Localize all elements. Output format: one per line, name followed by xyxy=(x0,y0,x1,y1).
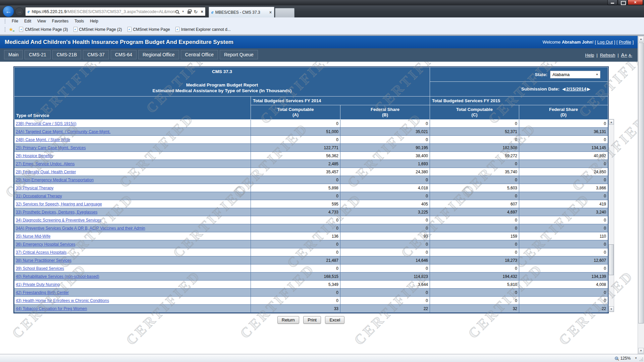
service-link[interactable]: 29) Non-Emergency Medical Transportation xyxy=(16,178,94,182)
favorite-link[interactable]: eInternet Explorer cannot d... xyxy=(173,26,233,33)
value-cell: 0 xyxy=(251,136,340,144)
value-cell: 182,508 xyxy=(430,144,519,152)
minimize-button[interactable] xyxy=(607,0,618,5)
help-link[interactable]: Help xyxy=(585,53,594,58)
forward-button[interactable]: → xyxy=(15,7,23,16)
favorite-link[interactable]: eCMSnet Home Page xyxy=(125,26,173,33)
close-window-button[interactable]: × xyxy=(628,0,643,5)
service-link[interactable]: 37) Critical Access Hospitals xyxy=(16,250,66,255)
service-link[interactable]: 41) Private Duty Nursing xyxy=(16,282,60,287)
nav-tab-main[interactable]: Main xyxy=(4,50,23,59)
table-row: 34A) Preventive Services Grade A OR B, A… xyxy=(14,224,608,232)
service-link[interactable]: 44) Tobacco Cessation for Preg Women xyxy=(16,306,87,311)
menu-help[interactable]: Help xyxy=(87,18,101,24)
service-link[interactable]: 38) Nurse Practitioner Services xyxy=(16,258,71,263)
submission-date-link[interactable]: 2/15/2014 xyxy=(566,86,586,92)
print-button[interactable]: Print xyxy=(303,316,321,324)
user-name: Abraham John xyxy=(562,40,592,45)
service-link[interactable]: 31) Occupational Therapy xyxy=(16,194,62,198)
service-link[interactable]: 28) Federally Qual. Health Center xyxy=(16,170,76,174)
scroll-up-icon[interactable]: ▲ xyxy=(609,119,614,125)
service-link[interactable]: 26) Hospice Benefits xyxy=(16,154,53,158)
service-link[interactable]: 25) Primary Care Case Mgmt. Services xyxy=(16,145,86,150)
service-link[interactable]: 33) Prosthetic Devices, Dentures, Eyegla… xyxy=(16,210,97,215)
zoom-dropdown-icon[interactable]: ▼ xyxy=(635,357,637,360)
profile-link[interactable]: Profile xyxy=(619,40,631,45)
window-scrollbar-thumb[interactable] xyxy=(638,43,644,323)
service-link[interactable]: 23B) Personal Care / SDS 1915(j) xyxy=(16,121,76,126)
value-cell: 1,693 xyxy=(340,160,430,168)
service-link[interactable]: 34) Diagnostic Screening & Preventive Se… xyxy=(16,218,101,223)
service-link[interactable]: 40) Rehabilitative Services (non-school-… xyxy=(16,274,99,279)
service-label-cell: 39) School Based Services xyxy=(14,264,251,273)
value-cell: 0 xyxy=(519,264,608,273)
scroll-down-icon[interactable]: ▼ xyxy=(638,348,644,354)
service-link[interactable]: 36) Emergency Hospital Services xyxy=(16,242,75,247)
table-scrollbar-thumb[interactable] xyxy=(609,244,614,275)
service-link[interactable]: 42) Freestanding Birth Center xyxy=(16,290,69,295)
service-link[interactable]: 35) Nurse Mid-Wife xyxy=(16,234,50,239)
next-date-icon[interactable]: ▶ xyxy=(587,86,590,92)
service-link[interactable]: 39) School Based Services xyxy=(16,266,64,271)
favorite-link[interactable]: eCMSnet Home Page (2) xyxy=(71,26,125,33)
menu-tools[interactable]: Tools xyxy=(71,18,87,24)
address-bar[interactable]: e https://65.220.21.9/MBESCBES/CMS37/CMS… xyxy=(25,7,206,16)
prev-date-icon[interactable]: ◀ xyxy=(562,86,566,92)
table-scrollbar[interactable]: ▲ ▼ xyxy=(608,119,614,312)
refresh-icon[interactable]: ↻ xyxy=(194,9,198,14)
nav-tab-cms37[interactable]: CMS-37 xyxy=(83,50,109,59)
value-cell: 122,771 xyxy=(251,144,340,152)
scroll-up-icon[interactable]: ▲ xyxy=(638,36,644,42)
service-link[interactable]: 27) Emeg. Service Undoc. Aliens xyxy=(16,162,74,166)
nav-tab-report-queue[interactable]: Report Queue xyxy=(220,50,258,59)
new-tab-button[interactable] xyxy=(275,8,294,17)
value-cell: 56,362 xyxy=(251,152,340,160)
service-link[interactable]: 30) Physical Therapy xyxy=(16,186,54,190)
service-link[interactable]: 24B) Case Mgmt. / State Wide xyxy=(16,137,70,142)
return-button[interactable]: Return xyxy=(277,316,299,324)
table-row: 39) School Based Services0000 xyxy=(14,264,608,273)
service-link[interactable]: 34A) Preventive Services Grade A OR B, A… xyxy=(16,226,145,231)
value-cell: 0 xyxy=(430,248,519,256)
value-cell: 0 xyxy=(340,264,430,273)
value-cell: 32 xyxy=(430,305,519,313)
address-dropdown-icon[interactable]: ▼ xyxy=(182,10,184,13)
font-decrease-link[interactable]: A- xyxy=(629,53,632,57)
excel-button[interactable]: Excel xyxy=(325,316,344,324)
scroll-down-icon[interactable]: ▼ xyxy=(609,306,614,312)
tab-ie-icon: e xyxy=(211,9,214,15)
service-link[interactable]: 43) Health Home for Enrollees w Chronic … xyxy=(16,298,109,303)
menu-favorites[interactable]: Favorites xyxy=(49,18,71,24)
service-label-cell: 23B) Personal Care / SDS 1915(j) xyxy=(14,120,251,128)
zoom-control[interactable]: + 125% ▼ xyxy=(615,354,637,362)
favorite-link[interactable]: eCMSnet Home Page (3) xyxy=(16,26,70,33)
nav-tab-central-office[interactable]: Central Office xyxy=(181,50,218,59)
resize-grip[interactable] xyxy=(639,357,643,361)
menu-edit[interactable]: Edit xyxy=(21,18,34,24)
nav-tab-cms21[interactable]: CMS-21 xyxy=(24,50,50,59)
stop-icon[interactable]: × xyxy=(201,9,203,14)
favorites-star-icon[interactable]: ★ xyxy=(9,26,13,33)
value-cell: 136 xyxy=(251,232,340,240)
value-cell: 114,823 xyxy=(340,273,430,281)
maximize-button[interactable] xyxy=(618,0,627,5)
state-dropdown[interactable]: Alabama ▼ xyxy=(550,71,600,78)
service-link[interactable]: 32) Services for Speech, Hearing and Lan… xyxy=(16,202,102,206)
menu-view[interactable]: View xyxy=(34,18,49,24)
menu-file[interactable]: File xyxy=(9,18,21,24)
table-row: 24B) Case Mgmt. / State Wide0000 xyxy=(14,136,608,144)
value-cell: 168,515 xyxy=(251,273,340,281)
logout-link[interactable]: Log Out xyxy=(597,40,613,45)
nav-tab-regional-office[interactable]: Regional Office xyxy=(138,50,179,59)
window-scrollbar[interactable]: ▲ ▼ xyxy=(638,36,644,354)
refresh-link[interactable]: Refresh xyxy=(600,53,615,58)
search-icon[interactable] xyxy=(175,10,179,13)
back-button[interactable]: ← xyxy=(3,6,14,17)
nav-tab-cms21b[interactable]: CMS-21B xyxy=(52,50,82,59)
font-increase-link[interactable]: A+ xyxy=(621,52,628,58)
tab-close-icon[interactable]: × xyxy=(269,10,272,15)
browser-tab[interactable]: e MBES/CBES - CMS 37.3 × xyxy=(209,7,274,17)
value-cell: 35,740 xyxy=(430,168,519,176)
nav-tab-cms64[interactable]: CMS-64 xyxy=(111,50,137,59)
service-link[interactable]: 24A) Targeted Case Mgmt. / Community Cas… xyxy=(16,129,111,134)
